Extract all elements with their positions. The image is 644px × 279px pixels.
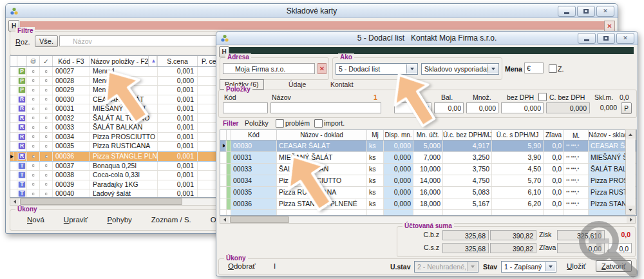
- sums-group-label: Účtovaná suma: [402, 222, 454, 230]
- table-row-selected[interactable]: ▶00030CEASAR ŠALÁTks0,0005,0004,9175,900…: [220, 140, 636, 152]
- col-sprice[interactable]: S.cena: [158, 56, 198, 66]
- bezdph-checkbox[interactable]: [538, 93, 547, 101]
- window-title: 5 - Dodací list Kontakt Moja Firma s.r.o…: [357, 34, 497, 43]
- ulozit-button[interactable]: Uložiť: [567, 262, 586, 270]
- filter-polozky-label: Položky: [245, 119, 269, 127]
- type-badge: R: [18, 115, 26, 122]
- sklm-top-value: 0,0: [620, 93, 629, 101]
- minimize-button[interactable]: [558, 6, 576, 17]
- dot-icon: [32, 155, 35, 158]
- scroll-up-icon[interactable]: [626, 130, 635, 139]
- row-count-badge: 1: [374, 93, 377, 101]
- check-column-icon: ✓: [40, 56, 53, 66]
- currency-input[interactable]: [524, 63, 544, 73]
- type-badge: R: [18, 124, 26, 131]
- settle-select[interactable]: Skladovo vysporiadať: [421, 63, 499, 75]
- col-ucs[interactable]: Ú.c. s DPH/MJ: [492, 130, 544, 140]
- z-checkbox[interactable]: [549, 64, 557, 73]
- tab-udaje[interactable]: Údaje: [289, 81, 306, 88]
- col-mnuct[interactable]: Mn. účt.: [413, 130, 443, 140]
- item-entry-group-label: Položky: [224, 86, 252, 93]
- odobrat-button[interactable]: Odobrať: [228, 262, 256, 270]
- bal-input[interactable]: [434, 102, 464, 113]
- window-title: Skladové karty: [287, 6, 337, 15]
- maximize-button[interactable]: [577, 6, 595, 17]
- scroll-right-icon[interactable]: [627, 216, 635, 223]
- problem-checkbox[interactable]: [276, 119, 284, 128]
- titlebar[interactable]: 5 - Dodací list Kontakt Moja Firma s.r.o…: [216, 32, 638, 45]
- mnoz-input[interactable]: [466, 102, 498, 113]
- clear-address-button[interactable]: ✕: [317, 63, 327, 74]
- zlava-sum-label: Zľava: [539, 244, 556, 251]
- ustav-label: U.stav: [390, 263, 411, 271]
- col-sklad[interactable]: Názov - sklad: [589, 130, 626, 140]
- mnoz-label: Množ.: [473, 93, 491, 101]
- dot-icon: [45, 89, 48, 91]
- scroll-left-icon[interactable]: [220, 216, 229, 223]
- stav-label: Stav: [483, 263, 497, 271]
- bezdph-input[interactable]: [501, 102, 544, 113]
- text-cursor: I: [274, 262, 276, 270]
- stav-select[interactable]: 1 - Zapísaný: [501, 261, 556, 273]
- address-input[interactable]: [223, 63, 315, 74]
- col-m[interactable]: M.: [564, 130, 589, 140]
- dot-icon: [32, 145, 35, 148]
- dot-icon: [45, 183, 48, 186]
- col-code[interactable]: Kód - F3: [53, 56, 90, 66]
- bal-label: Bal.: [441, 93, 453, 101]
- dot-icon: [32, 70, 35, 73]
- col-kod[interactable]: Kód: [231, 130, 277, 140]
- close-button[interactable]: ✕: [596, 6, 614, 17]
- table-row[interactable]: 00035Pizza RUSTICANAks0,00016,0005,0836,…: [220, 187, 636, 198]
- zlava-value: 0,00: [557, 243, 605, 253]
- table-row[interactable]: 00033ŠALÁT BALKANks0,00010,0003,7504,500…: [220, 164, 636, 175]
- p-button[interactable]: P: [621, 102, 632, 114]
- zoznam-button[interactable]: Zoznam / S.: [151, 216, 191, 224]
- col-ucbez[interactable]: Ú.c. bez DPH/MJ: [443, 130, 492, 140]
- sort-asc-icon: ▲: [151, 56, 156, 66]
- col-nazov[interactable]: Názov - doklad: [277, 130, 367, 140]
- nazov-input[interactable]: [270, 102, 381, 113]
- pohyby-button[interactable]: Pohyby: [107, 216, 131, 224]
- col-mj[interactable]: Mj: [367, 130, 384, 140]
- table-row[interactable]: 00034Pizza PROSCIUTTOks0,00014,0004,7505…: [220, 175, 636, 187]
- zatvorit-button[interactable]: Zatvoriť: [596, 260, 632, 272]
- red-x-icon: ✕: [607, 23, 612, 30]
- cancel-filter-button[interactable]: ✕: [604, 21, 615, 32]
- kod-input[interactable]: [223, 102, 268, 113]
- nova-button[interactable]: Nová: [27, 216, 44, 224]
- actions-group: Úkony Odobrať I U.stav 2 - Neuhradené, b…: [218, 258, 637, 275]
- cbezdph-label: C. bez DPH: [549, 93, 585, 101]
- zlava-extra-value: 0,0: [609, 243, 632, 253]
- zlava-input[interactable]: [394, 102, 431, 113]
- scrollbar-thumb[interactable]: [20, 198, 182, 205]
- roz-button[interactable]: Roz.: [15, 38, 30, 46]
- zisk-value: 325,610: [557, 230, 605, 240]
- doc-type-select[interactable]: 5 - Dodací list: [336, 63, 418, 75]
- vertical-scrollbar[interactable]: [625, 130, 636, 215]
- upravit-button[interactable]: Upraviť: [64, 216, 88, 224]
- tab-kontakt[interactable]: Kontakt: [330, 81, 354, 88]
- csz-value-1: 325,68: [442, 243, 489, 253]
- kod-label: Kód: [224, 93, 236, 101]
- table-header[interactable]: Kód Názov - doklad Mj Disp. mn. Mn. účt.…: [220, 130, 636, 140]
- close-icon: ✕: [603, 8, 608, 14]
- minimize-button[interactable]: [578, 33, 596, 44]
- empty-row: [220, 210, 636, 216]
- titlebar[interactable]: Skladové karty ✕: [6, 4, 618, 18]
- col-zlava[interactable]: Zľava: [544, 130, 564, 140]
- maximize-button[interactable]: [597, 33, 615, 44]
- table-row[interactable]: 00031MIEŠANÝ ŠALÁTks0,0007,0003,2503,900…: [220, 152, 636, 164]
- import-checkbox[interactable]: [314, 119, 323, 128]
- zisk-label: Zisk: [539, 231, 551, 238]
- vse-button[interactable]: Vše.: [35, 35, 58, 47]
- scrollbar-thumb[interactable]: [230, 216, 289, 223]
- close-button[interactable]: ✕: [616, 33, 634, 44]
- highlight-bar: [229, 47, 634, 54]
- col-disp[interactable]: Disp. mn.: [384, 130, 413, 140]
- type-badge: T: [18, 162, 26, 169]
- address-group-label: Adresa: [225, 53, 251, 61]
- table-row[interactable]: 00036Pizza STANGLE PLNENÉks0,00018,0005,…: [220, 198, 636, 210]
- scroll-left-icon[interactable]: [10, 198, 19, 205]
- scroll-down-icon[interactable]: [626, 206, 635, 214]
